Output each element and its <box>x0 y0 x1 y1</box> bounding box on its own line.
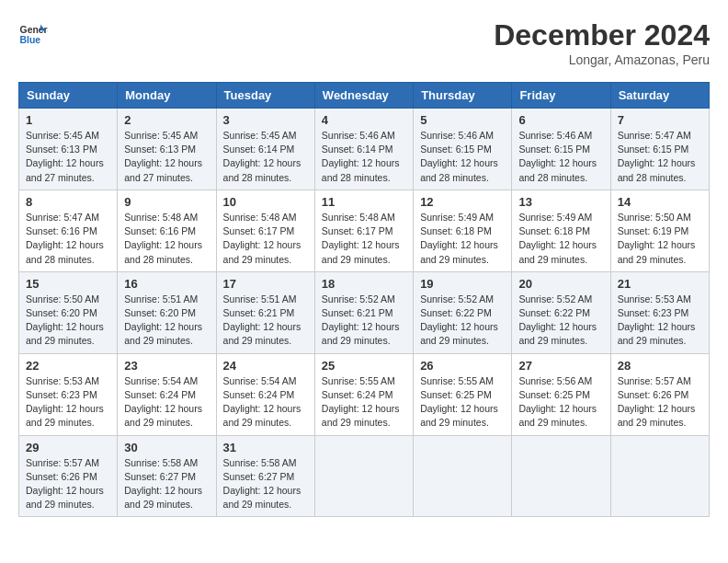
day-info: Sunrise: 5:46 AM Sunset: 6:14 PM Dayligh… <box>322 129 406 185</box>
day-number: 22 <box>26 359 110 373</box>
day-number: 23 <box>124 359 209 373</box>
day-number: 28 <box>618 359 702 373</box>
logo-icon: General Blue <box>18 18 48 48</box>
location-subtitle: Longar, Amazonas, Peru <box>494 52 710 67</box>
day-info: Sunrise: 5:46 AM Sunset: 6:15 PM Dayligh… <box>518 129 603 185</box>
table-row: 1Sunrise: 5:45 AM Sunset: 6:13 PM Daylig… <box>19 109 118 190</box>
day-info: Sunrise: 5:53 AM Sunset: 6:23 PM Dayligh… <box>618 293 702 349</box>
day-info: Sunrise: 5:50 AM Sunset: 6:20 PM Dayligh… <box>26 293 110 349</box>
table-row: 26Sunrise: 5:55 AM Sunset: 6:25 PM Dayli… <box>414 353 512 435</box>
day-number: 12 <box>420 195 505 209</box>
table-row: 10Sunrise: 5:48 AM Sunset: 6:17 PM Dayli… <box>216 190 314 271</box>
day-number: 3 <box>223 113 308 127</box>
day-number: 11 <box>322 195 406 209</box>
table-row: 19Sunrise: 5:52 AM Sunset: 6:22 PM Dayli… <box>414 271 512 353</box>
col-wednesday: Wednesday <box>314 83 413 109</box>
table-row <box>512 435 610 517</box>
day-number: 5 <box>420 113 505 127</box>
day-info: Sunrise: 5:50 AM Sunset: 6:19 PM Dayligh… <box>618 211 702 267</box>
table-row: 16Sunrise: 5:51 AM Sunset: 6:20 PM Dayli… <box>118 271 216 353</box>
day-info: Sunrise: 5:45 AM Sunset: 6:14 PM Dayligh… <box>223 129 308 185</box>
day-number: 18 <box>322 277 406 291</box>
day-info: Sunrise: 5:49 AM Sunset: 6:18 PM Dayligh… <box>518 211 603 267</box>
day-info: Sunrise: 5:58 AM Sunset: 6:27 PM Dayligh… <box>124 456 209 512</box>
day-number: 25 <box>322 359 406 373</box>
table-row: 2Sunrise: 5:45 AM Sunset: 6:13 PM Daylig… <box>118 109 216 190</box>
day-info: Sunrise: 5:52 AM Sunset: 6:22 PM Dayligh… <box>518 293 603 349</box>
day-info: Sunrise: 5:58 AM Sunset: 6:27 PM Dayligh… <box>223 456 308 512</box>
table-row: 20Sunrise: 5:52 AM Sunset: 6:22 PM Dayli… <box>512 271 610 353</box>
table-row: 12Sunrise: 5:49 AM Sunset: 6:18 PM Dayli… <box>414 190 512 271</box>
day-number: 30 <box>124 441 209 454</box>
col-monday: Monday <box>118 83 216 109</box>
table-row <box>610 435 709 517</box>
calendar-week-row: 15Sunrise: 5:50 AM Sunset: 6:20 PM Dayli… <box>19 271 710 353</box>
month-title: December 2024 <box>494 18 710 52</box>
day-info: Sunrise: 5:48 AM Sunset: 6:17 PM Dayligh… <box>223 211 308 267</box>
calendar-week-row: 8Sunrise: 5:47 AM Sunset: 6:16 PM Daylig… <box>19 190 710 271</box>
table-row: 29Sunrise: 5:57 AM Sunset: 6:26 PM Dayli… <box>19 435 118 517</box>
table-row: 21Sunrise: 5:53 AM Sunset: 6:23 PM Dayli… <box>610 271 709 353</box>
day-number: 10 <box>223 195 308 209</box>
table-row: 31Sunrise: 5:58 AM Sunset: 6:27 PM Dayli… <box>216 435 314 517</box>
title-area: December 2024 Longar, Amazonas, Peru <box>494 18 710 67</box>
day-info: Sunrise: 5:56 AM Sunset: 6:25 PM Dayligh… <box>518 374 603 431</box>
table-row: 11Sunrise: 5:48 AM Sunset: 6:17 PM Dayli… <box>314 190 413 271</box>
table-row: 22Sunrise: 5:53 AM Sunset: 6:23 PM Dayli… <box>19 353 118 435</box>
calendar-week-row: 22Sunrise: 5:53 AM Sunset: 6:23 PM Dayli… <box>19 353 710 435</box>
day-info: Sunrise: 5:47 AM Sunset: 6:16 PM Dayligh… <box>26 211 110 267</box>
table-row: 15Sunrise: 5:50 AM Sunset: 6:20 PM Dayli… <box>19 271 118 353</box>
day-info: Sunrise: 5:54 AM Sunset: 6:24 PM Dayligh… <box>124 374 209 431</box>
day-number: 2 <box>124 113 209 127</box>
calendar-header-row: Sunday Monday Tuesday Wednesday Thursday… <box>19 83 710 109</box>
day-number: 1 <box>26 113 110 127</box>
day-number: 31 <box>223 441 308 454</box>
day-number: 20 <box>518 277 603 291</box>
day-number: 21 <box>618 277 702 291</box>
day-number: 26 <box>420 359 505 373</box>
day-number: 17 <box>223 277 308 291</box>
table-row: 30Sunrise: 5:58 AM Sunset: 6:27 PM Dayli… <box>118 435 216 517</box>
day-number: 6 <box>518 113 603 127</box>
day-info: Sunrise: 5:48 AM Sunset: 6:17 PM Dayligh… <box>322 211 406 267</box>
logo: General Blue <box>18 18 48 48</box>
table-row: 6Sunrise: 5:46 AM Sunset: 6:15 PM Daylig… <box>512 109 610 190</box>
day-number: 15 <box>26 277 110 291</box>
day-info: Sunrise: 5:51 AM Sunset: 6:21 PM Dayligh… <box>223 293 308 349</box>
day-info: Sunrise: 5:48 AM Sunset: 6:16 PM Dayligh… <box>124 211 209 267</box>
calendar-week-row: 1Sunrise: 5:45 AM Sunset: 6:13 PM Daylig… <box>19 109 710 190</box>
svg-text:Blue: Blue <box>20 35 41 45</box>
day-info: Sunrise: 5:47 AM Sunset: 6:15 PM Dayligh… <box>618 129 702 185</box>
col-friday: Friday <box>512 83 610 109</box>
day-info: Sunrise: 5:45 AM Sunset: 6:13 PM Dayligh… <box>26 129 110 185</box>
col-tuesday: Tuesday <box>216 83 314 109</box>
col-saturday: Saturday <box>610 83 709 109</box>
day-info: Sunrise: 5:55 AM Sunset: 6:25 PM Dayligh… <box>420 374 505 431</box>
table-row: 24Sunrise: 5:54 AM Sunset: 6:24 PM Dayli… <box>216 353 314 435</box>
col-sunday: Sunday <box>19 83 118 109</box>
day-info: Sunrise: 5:46 AM Sunset: 6:15 PM Dayligh… <box>420 129 505 185</box>
day-number: 8 <box>26 195 110 209</box>
table-row: 9Sunrise: 5:48 AM Sunset: 6:16 PM Daylig… <box>118 190 216 271</box>
page-header: General Blue December 2024 Longar, Amazo… <box>18 18 710 67</box>
table-row: 13Sunrise: 5:49 AM Sunset: 6:18 PM Dayli… <box>512 190 610 271</box>
day-info: Sunrise: 5:45 AM Sunset: 6:13 PM Dayligh… <box>124 129 209 185</box>
table-row: 8Sunrise: 5:47 AM Sunset: 6:16 PM Daylig… <box>19 190 118 271</box>
day-number: 7 <box>618 113 702 127</box>
day-number: 4 <box>322 113 406 127</box>
day-number: 27 <box>518 359 603 373</box>
day-number: 14 <box>618 195 702 209</box>
calendar-week-row: 29Sunrise: 5:57 AM Sunset: 6:26 PM Dayli… <box>19 435 710 517</box>
day-info: Sunrise: 5:57 AM Sunset: 6:26 PM Dayligh… <box>618 374 702 431</box>
day-info: Sunrise: 5:49 AM Sunset: 6:18 PM Dayligh… <box>420 211 505 267</box>
table-row: 4Sunrise: 5:46 AM Sunset: 6:14 PM Daylig… <box>314 109 413 190</box>
calendar-table: Sunday Monday Tuesday Wednesday Thursday… <box>18 82 710 517</box>
day-info: Sunrise: 5:55 AM Sunset: 6:24 PM Dayligh… <box>322 374 406 431</box>
table-row: 7Sunrise: 5:47 AM Sunset: 6:15 PM Daylig… <box>610 109 709 190</box>
day-info: Sunrise: 5:51 AM Sunset: 6:20 PM Dayligh… <box>124 293 209 349</box>
day-info: Sunrise: 5:52 AM Sunset: 6:21 PM Dayligh… <box>322 293 406 349</box>
day-number: 9 <box>124 195 209 209</box>
table-row: 5Sunrise: 5:46 AM Sunset: 6:15 PM Daylig… <box>414 109 512 190</box>
day-info: Sunrise: 5:57 AM Sunset: 6:26 PM Dayligh… <box>26 456 110 512</box>
day-number: 19 <box>420 277 505 291</box>
